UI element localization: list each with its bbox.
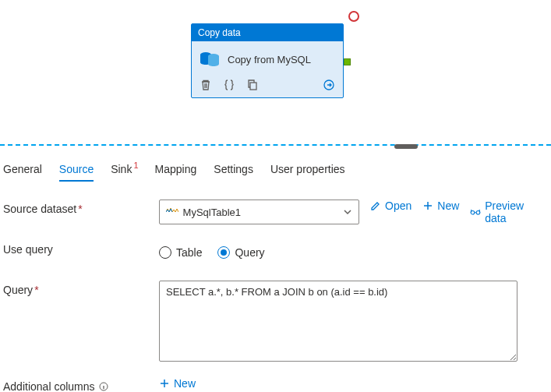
- move-right-icon[interactable]: [323, 79, 335, 91]
- open-dataset-button[interactable]: Open: [370, 200, 411, 212]
- use-query-radio-group: Table Query: [159, 240, 265, 265]
- use-query-label: Use query: [3, 240, 159, 256]
- query-textarea[interactable]: [159, 281, 517, 362]
- panel-divider[interactable]: [0, 144, 551, 146]
- plus-icon: [159, 378, 170, 389]
- tab-sink-label: Sink: [111, 163, 132, 175]
- activity-body: Copy from MySQL: [192, 41, 343, 74]
- output-connector[interactable]: [344, 58, 351, 65]
- delete-icon[interactable]: [200, 79, 212, 91]
- tab-settings[interactable]: Settings: [214, 160, 253, 182]
- preview-data-button[interactable]: Preview data: [470, 200, 548, 224]
- copy-icon[interactable]: [246, 79, 259, 91]
- radio-query[interactable]: Query: [217, 246, 264, 259]
- tab-general[interactable]: General: [3, 160, 42, 182]
- query-label: Query*: [3, 281, 159, 296]
- glasses-icon: [470, 207, 481, 217]
- add-column-button[interactable]: New: [159, 377, 196, 390]
- new-dataset-button[interactable]: New: [422, 200, 459, 212]
- copy-data-activity[interactable]: Copy data Copy from MySQL: [191, 23, 344, 98]
- source-form: Source dataset* MySqlTable1 Open New Pre…: [0, 182, 551, 392]
- source-dataset-select[interactable]: MySqlTable1: [159, 200, 359, 224]
- braces-icon[interactable]: [223, 79, 235, 91]
- chevron-down-icon: [343, 207, 352, 217]
- radio-table[interactable]: Table: [159, 246, 202, 259]
- source-dataset-label: Source dataset*: [3, 200, 159, 215]
- tab-source[interactable]: Source: [59, 160, 94, 182]
- activity-title: Copy from MySQL: [228, 54, 311, 65]
- drag-handle[interactable]: [394, 144, 418, 149]
- tab-mapping[interactable]: Mapping: [155, 160, 197, 182]
- plus-icon: [422, 200, 433, 211]
- database-icon: [200, 51, 220, 68]
- activity-toolbar: [192, 74, 343, 97]
- annotation-circle: [348, 11, 359, 22]
- dataset-icon: [166, 207, 178, 217]
- tab-sink[interactable]: Sink 1: [111, 160, 137, 182]
- tab-user-properties[interactable]: User properties: [270, 160, 345, 182]
- activity-type-header: Copy data: [192, 24, 343, 41]
- pipeline-canvas[interactable]: Copy data Copy from MySQL: [0, 0, 551, 144]
- additional-columns-label: Additional columns: [3, 377, 159, 392]
- config-tabs: General Source Sink 1 Mapping Settings U…: [0, 150, 551, 182]
- selected-dataset: MySqlTable1: [183, 207, 343, 218]
- sink-changed-indicator: 1: [132, 161, 137, 170]
- pencil-icon: [370, 200, 381, 211]
- svg-rect-2: [250, 83, 256, 90]
- info-icon: [99, 382, 108, 391]
